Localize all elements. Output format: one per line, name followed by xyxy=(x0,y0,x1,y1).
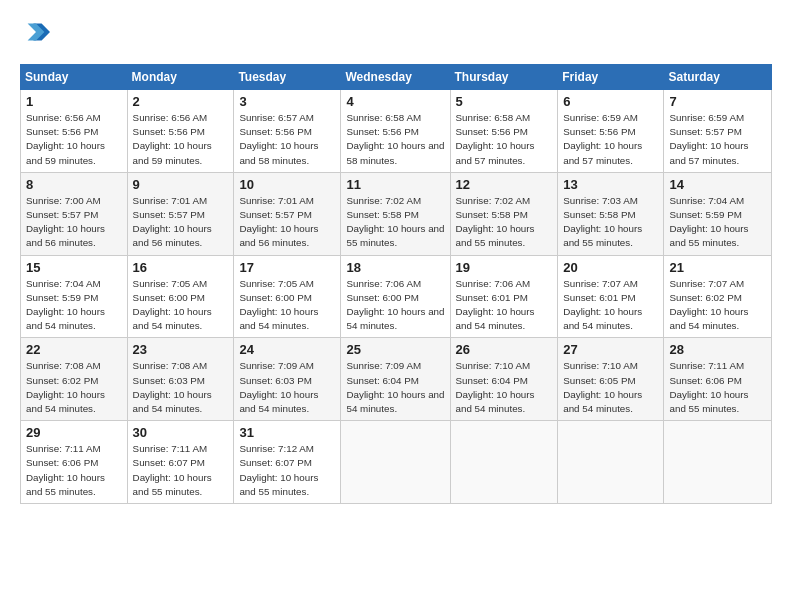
calendar-cell: 2 Sunrise: 6:56 AMSunset: 5:56 PMDayligh… xyxy=(127,90,234,173)
day-number: 19 xyxy=(456,260,553,275)
day-number: 23 xyxy=(133,342,229,357)
calendar-cell: 20 Sunrise: 7:07 AMSunset: 6:01 PMDaylig… xyxy=(558,255,664,338)
calendar-cell: 9 Sunrise: 7:01 AMSunset: 5:57 PMDayligh… xyxy=(127,172,234,255)
calendar-cell: 31 Sunrise: 7:12 AMSunset: 6:07 PMDaylig… xyxy=(234,421,341,504)
calendar-cell: 17 Sunrise: 7:05 AMSunset: 6:00 PMDaylig… xyxy=(234,255,341,338)
calendar-cell: 11 Sunrise: 7:02 AMSunset: 5:58 PMDaylig… xyxy=(341,172,450,255)
logo-icon xyxy=(22,18,50,46)
day-number: 25 xyxy=(346,342,444,357)
day-info: Sunrise: 7:05 AMSunset: 6:00 PMDaylight:… xyxy=(239,278,318,332)
day-info: Sunrise: 7:10 AMSunset: 6:04 PMDaylight:… xyxy=(456,360,535,414)
day-info: Sunrise: 7:07 AMSunset: 6:02 PMDaylight:… xyxy=(669,278,748,332)
day-number: 17 xyxy=(239,260,335,275)
calendar-cell: 7 Sunrise: 6:59 AMSunset: 5:57 PMDayligh… xyxy=(664,90,772,173)
day-info: Sunrise: 6:58 AMSunset: 5:56 PMDaylight:… xyxy=(456,112,535,166)
calendar-cell: 1 Sunrise: 6:56 AMSunset: 5:56 PMDayligh… xyxy=(21,90,128,173)
weekday-header-monday: Monday xyxy=(127,65,234,90)
day-info: Sunrise: 7:02 AMSunset: 5:58 PMDaylight:… xyxy=(346,195,444,249)
logo xyxy=(20,18,50,50)
week-row-5: 29 Sunrise: 7:11 AMSunset: 6:06 PMDaylig… xyxy=(21,421,772,504)
calendar-cell: 27 Sunrise: 7:10 AMSunset: 6:05 PMDaylig… xyxy=(558,338,664,421)
day-info: Sunrise: 7:09 AMSunset: 6:04 PMDaylight:… xyxy=(346,360,444,414)
weekday-header-tuesday: Tuesday xyxy=(234,65,341,90)
day-info: Sunrise: 7:06 AMSunset: 6:00 PMDaylight:… xyxy=(346,278,444,332)
day-info: Sunrise: 7:03 AMSunset: 5:58 PMDaylight:… xyxy=(563,195,642,249)
day-number: 27 xyxy=(563,342,658,357)
day-info: Sunrise: 6:59 AMSunset: 5:56 PMDaylight:… xyxy=(563,112,642,166)
day-info: Sunrise: 6:58 AMSunset: 5:56 PMDaylight:… xyxy=(346,112,444,166)
day-info: Sunrise: 7:10 AMSunset: 6:05 PMDaylight:… xyxy=(563,360,642,414)
day-info: Sunrise: 7:12 AMSunset: 6:07 PMDaylight:… xyxy=(239,443,318,497)
calendar-cell: 25 Sunrise: 7:09 AMSunset: 6:04 PMDaylig… xyxy=(341,338,450,421)
calendar-cell xyxy=(558,421,664,504)
weekday-header-row: SundayMondayTuesdayWednesdayThursdayFrid… xyxy=(21,65,772,90)
day-number: 12 xyxy=(456,177,553,192)
calendar-cell: 4 Sunrise: 6:58 AMSunset: 5:56 PMDayligh… xyxy=(341,90,450,173)
calendar-cell xyxy=(341,421,450,504)
calendar-cell: 18 Sunrise: 7:06 AMSunset: 6:00 PMDaylig… xyxy=(341,255,450,338)
page: SundayMondayTuesdayWednesdayThursdayFrid… xyxy=(0,0,792,514)
calendar-cell: 6 Sunrise: 6:59 AMSunset: 5:56 PMDayligh… xyxy=(558,90,664,173)
day-number: 28 xyxy=(669,342,766,357)
week-row-3: 15 Sunrise: 7:04 AMSunset: 5:59 PMDaylig… xyxy=(21,255,772,338)
day-number: 29 xyxy=(26,425,122,440)
calendar-cell: 30 Sunrise: 7:11 AMSunset: 6:07 PMDaylig… xyxy=(127,421,234,504)
weekday-header-saturday: Saturday xyxy=(664,65,772,90)
day-info: Sunrise: 7:07 AMSunset: 6:01 PMDaylight:… xyxy=(563,278,642,332)
day-info: Sunrise: 7:11 AMSunset: 6:06 PMDaylight:… xyxy=(669,360,748,414)
day-number: 3 xyxy=(239,94,335,109)
calendar-cell: 16 Sunrise: 7:05 AMSunset: 6:00 PMDaylig… xyxy=(127,255,234,338)
weekday-header-sunday: Sunday xyxy=(21,65,128,90)
day-number: 5 xyxy=(456,94,553,109)
calendar-cell: 24 Sunrise: 7:09 AMSunset: 6:03 PMDaylig… xyxy=(234,338,341,421)
calendar-cell: 15 Sunrise: 7:04 AMSunset: 5:59 PMDaylig… xyxy=(21,255,128,338)
calendar-cell: 22 Sunrise: 7:08 AMSunset: 6:02 PMDaylig… xyxy=(21,338,128,421)
calendar-cell: 12 Sunrise: 7:02 AMSunset: 5:58 PMDaylig… xyxy=(450,172,558,255)
header xyxy=(20,18,772,50)
day-info: Sunrise: 6:56 AMSunset: 5:56 PMDaylight:… xyxy=(26,112,105,166)
calendar-cell: 23 Sunrise: 7:08 AMSunset: 6:03 PMDaylig… xyxy=(127,338,234,421)
day-info: Sunrise: 7:11 AMSunset: 6:07 PMDaylight:… xyxy=(133,443,212,497)
day-number: 11 xyxy=(346,177,444,192)
day-number: 22 xyxy=(26,342,122,357)
day-number: 14 xyxy=(669,177,766,192)
calendar-cell xyxy=(664,421,772,504)
day-number: 7 xyxy=(669,94,766,109)
weekday-header-wednesday: Wednesday xyxy=(341,65,450,90)
day-number: 2 xyxy=(133,94,229,109)
day-number: 26 xyxy=(456,342,553,357)
day-info: Sunrise: 6:59 AMSunset: 5:57 PMDaylight:… xyxy=(669,112,748,166)
calendar-cell xyxy=(450,421,558,504)
week-row-1: 1 Sunrise: 6:56 AMSunset: 5:56 PMDayligh… xyxy=(21,90,772,173)
day-number: 21 xyxy=(669,260,766,275)
day-info: Sunrise: 6:56 AMSunset: 5:56 PMDaylight:… xyxy=(133,112,212,166)
day-info: Sunrise: 7:06 AMSunset: 6:01 PMDaylight:… xyxy=(456,278,535,332)
day-info: Sunrise: 7:11 AMSunset: 6:06 PMDaylight:… xyxy=(26,443,105,497)
day-info: Sunrise: 7:08 AMSunset: 6:02 PMDaylight:… xyxy=(26,360,105,414)
day-number: 20 xyxy=(563,260,658,275)
weekday-header-friday: Friday xyxy=(558,65,664,90)
weekday-header-thursday: Thursday xyxy=(450,65,558,90)
day-info: Sunrise: 7:09 AMSunset: 6:03 PMDaylight:… xyxy=(239,360,318,414)
day-number: 9 xyxy=(133,177,229,192)
day-info: Sunrise: 6:57 AMSunset: 5:56 PMDaylight:… xyxy=(239,112,318,166)
day-number: 1 xyxy=(26,94,122,109)
day-number: 15 xyxy=(26,260,122,275)
calendar-cell: 14 Sunrise: 7:04 AMSunset: 5:59 PMDaylig… xyxy=(664,172,772,255)
day-number: 6 xyxy=(563,94,658,109)
calendar-cell: 3 Sunrise: 6:57 AMSunset: 5:56 PMDayligh… xyxy=(234,90,341,173)
day-number: 24 xyxy=(239,342,335,357)
calendar-cell: 29 Sunrise: 7:11 AMSunset: 6:06 PMDaylig… xyxy=(21,421,128,504)
day-number: 18 xyxy=(346,260,444,275)
day-number: 31 xyxy=(239,425,335,440)
day-info: Sunrise: 7:00 AMSunset: 5:57 PMDaylight:… xyxy=(26,195,105,249)
day-info: Sunrise: 7:04 AMSunset: 5:59 PMDaylight:… xyxy=(26,278,105,332)
calendar-cell: 5 Sunrise: 6:58 AMSunset: 5:56 PMDayligh… xyxy=(450,90,558,173)
calendar-cell: 8 Sunrise: 7:00 AMSunset: 5:57 PMDayligh… xyxy=(21,172,128,255)
week-row-2: 8 Sunrise: 7:00 AMSunset: 5:57 PMDayligh… xyxy=(21,172,772,255)
calendar-table: SundayMondayTuesdayWednesdayThursdayFrid… xyxy=(20,64,772,504)
day-number: 4 xyxy=(346,94,444,109)
day-number: 8 xyxy=(26,177,122,192)
calendar-cell: 10 Sunrise: 7:01 AMSunset: 5:57 PMDaylig… xyxy=(234,172,341,255)
calendar-cell: 19 Sunrise: 7:06 AMSunset: 6:01 PMDaylig… xyxy=(450,255,558,338)
